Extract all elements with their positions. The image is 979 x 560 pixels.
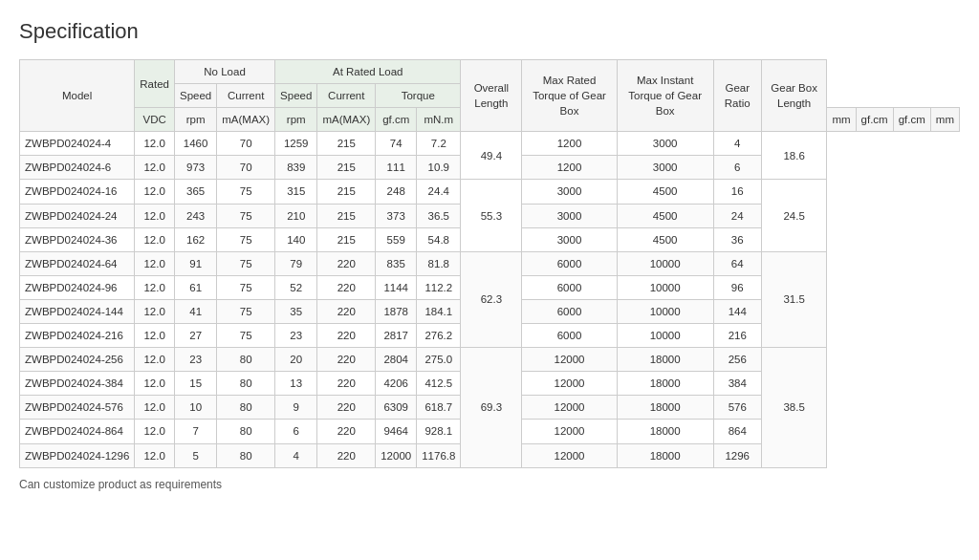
table-cell: 70 — [217, 132, 275, 156]
max-rated-torque-cell: 6000 — [522, 299, 617, 323]
table-cell: 75 — [217, 227, 275, 251]
col-noload: No Load — [175, 60, 275, 84]
table-cell: 215 — [317, 204, 376, 227]
table-cell: 2817 — [376, 324, 417, 348]
max-rated-torque-cell: 12000 — [522, 420, 617, 443]
table-cell: 220 — [317, 372, 376, 396]
col-rl-current: Current — [317, 84, 376, 108]
unit-rl-current: mA(MAX) — [317, 108, 376, 132]
table-cell: ZWBPD024024-16 — [20, 180, 135, 204]
max-rated-torque-cell: 3000 — [522, 204, 617, 227]
col-torque: Torque — [376, 84, 461, 108]
table-cell: 215 — [317, 227, 376, 251]
table-cell: 41 — [175, 299, 217, 323]
table-cell: 27 — [175, 324, 217, 348]
table-cell: 412.5 — [417, 372, 461, 396]
gear-ratio-cell: 36 — [713, 227, 761, 251]
table-cell: 7 — [175, 420, 217, 443]
table-cell: 15 — [175, 372, 217, 396]
table-cell: 81.8 — [417, 251, 461, 275]
gearbox-length-cell: 31.5 — [761, 251, 827, 347]
table-cell: 928.1 — [417, 420, 461, 443]
footer-note: Can customize product as requirements — [19, 478, 960, 491]
max-rated-torque-cell: 6000 — [522, 324, 617, 348]
table-cell: 75 — [217, 299, 275, 323]
col-gear-ratio: Gear Ratio — [713, 60, 761, 132]
table-cell: 75 — [217, 324, 275, 348]
max-rated-torque-cell: 12000 — [522, 348, 617, 372]
max-instant-torque-cell: 3000 — [617, 156, 713, 180]
table-cell: 365 — [175, 180, 217, 204]
table-cell: 12.0 — [135, 396, 175, 420]
table-cell: 54.8 — [417, 227, 461, 251]
table-cell: 74 — [376, 132, 417, 156]
table-cell: 9 — [275, 396, 317, 420]
max-instant-torque-cell: 18000 — [617, 443, 713, 467]
table-cell: 162 — [175, 227, 217, 251]
table-cell: 12.0 — [135, 275, 175, 299]
gear-ratio-cell: 96 — [713, 275, 761, 299]
table-cell: 36.5 — [417, 204, 461, 227]
table-cell: 75 — [217, 275, 275, 299]
col-max-instant-torque: Max Instant Torque of Gear Box — [617, 60, 713, 132]
max-instant-torque-cell: 10000 — [617, 324, 713, 348]
unit-torque-mn: mN.m — [417, 108, 461, 132]
table-cell: 835 — [376, 251, 417, 275]
header-row-1: Model Rated No Load At Rated Load Overal… — [20, 60, 960, 84]
unit-torque-gf: gf.cm — [376, 108, 417, 132]
table-cell: ZWBPD024024-64 — [20, 251, 135, 275]
max-rated-torque-cell: 6000 — [522, 275, 617, 299]
table-cell: 1259 — [275, 132, 317, 156]
gearbox-length-cell: 18.6 — [761, 132, 827, 180]
gear-ratio-cell: 16 — [713, 180, 761, 204]
table-cell: 220 — [317, 348, 376, 372]
table-body: ZWBPD024024-412.01460701259215747.249.41… — [20, 132, 960, 467]
gear-ratio-cell: 216 — [713, 324, 761, 348]
table-cell: 23 — [175, 348, 217, 372]
table-cell: 839 — [275, 156, 317, 180]
table-cell: 80 — [217, 443, 275, 467]
gear-ratio-cell: 864 — [713, 420, 761, 443]
max-instant-torque-cell: 3000 — [617, 132, 713, 156]
max-instant-torque-cell: 4500 — [617, 180, 713, 204]
table-cell: ZWBPD024024-384 — [20, 372, 135, 396]
unit-overall-length: mm — [827, 108, 856, 132]
table-cell: 373 — [376, 204, 417, 227]
table-cell: 52 — [275, 275, 317, 299]
table-cell: 275.0 — [417, 348, 461, 372]
max-rated-torque-cell: 12000 — [522, 396, 617, 420]
table-row: ZWBPD024024-412.01460701259215747.249.41… — [20, 132, 960, 156]
table-cell: 12.0 — [135, 204, 175, 227]
max-rated-torque-cell: 6000 — [522, 251, 617, 275]
gearbox-length-cell: 24.5 — [761, 180, 827, 251]
table-cell: 10.9 — [417, 156, 461, 180]
table-cell: 559 — [376, 227, 417, 251]
max-rated-torque-cell: 3000 — [522, 227, 617, 251]
max-rated-torque-cell: 1200 — [522, 156, 617, 180]
gear-ratio-cell: 384 — [713, 372, 761, 396]
table-cell: 112.2 — [417, 275, 461, 299]
table-cell: ZWBPD024024-1296 — [20, 443, 135, 467]
col-rated: Rated — [135, 60, 175, 108]
max-instant-torque-cell: 18000 — [617, 420, 713, 443]
table-cell: 12.0 — [135, 443, 175, 467]
table-cell: 220 — [317, 420, 376, 443]
unit-gb-length: mm — [930, 108, 959, 132]
unit-nl-speed: rpm — [175, 108, 217, 132]
table-cell: 12.0 — [135, 324, 175, 348]
table-cell: ZWBPD024024-6 — [20, 156, 135, 180]
col-model: Model — [20, 60, 135, 132]
table-cell: 12.0 — [135, 348, 175, 372]
spec-table-wrapper: Model Rated No Load At Rated Load Overal… — [19, 59, 960, 468]
table-cell: ZWBPD024024-4 — [20, 132, 135, 156]
table-cell: 1878 — [376, 299, 417, 323]
table-cell: ZWBPD024024-864 — [20, 420, 135, 443]
max-instant-torque-cell: 10000 — [617, 275, 713, 299]
table-cell: 80 — [217, 348, 275, 372]
gear-ratio-cell: 1296 — [713, 443, 761, 467]
table-cell: 12.0 — [135, 132, 175, 156]
table-cell: 75 — [217, 251, 275, 275]
gear-ratio-cell: 256 — [713, 348, 761, 372]
table-cell: 12000 — [376, 443, 417, 467]
table-cell: 5 — [175, 443, 217, 467]
